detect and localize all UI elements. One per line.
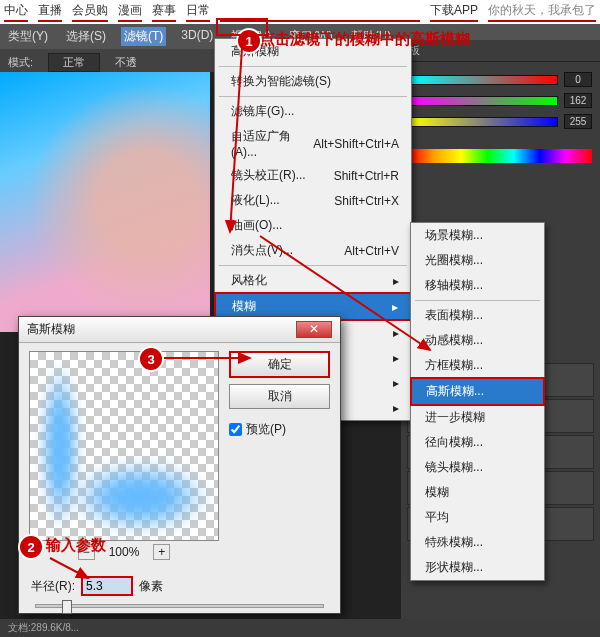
submenu-item[interactable]: 形状模糊...	[411, 555, 544, 580]
val-b[interactable]: 255	[564, 114, 592, 129]
submenu-item[interactable]: 动感模糊...	[411, 328, 544, 353]
preview-checkbox[interactable]: 预览(P)	[229, 421, 330, 438]
status-left: 文档:289.6K/8...	[8, 621, 79, 635]
menu-select[interactable]: 选择(S)	[63, 27, 109, 46]
menu-item[interactable]: 油画(O)...	[215, 213, 411, 238]
submenu-item[interactable]: 径向模糊...	[411, 430, 544, 455]
menu-item[interactable]: 镜头校正(R)...Shift+Ctrl+R	[215, 163, 411, 188]
submenu-item-gaussian-blur[interactable]: 高斯模糊...	[410, 377, 545, 406]
tab[interactable]: 会员购	[72, 2, 108, 22]
mode-label: 模式:	[8, 55, 33, 70]
submenu-item[interactable]: 场景模糊...	[411, 223, 544, 248]
step-marker-2: 2	[20, 536, 42, 558]
tab[interactable]: 日常	[186, 2, 210, 22]
color-sliders: 0 162 255	[401, 62, 600, 145]
browser-tabs: 中心 直播 会员购 漫画 赛事 日常 下载APP 你的秋天，我承包了	[0, 0, 600, 24]
submenu-item[interactable]: 表面模糊...	[411, 303, 544, 328]
slider-r[interactable]	[409, 75, 558, 85]
annotation-step1: 点击滤镜下的模糊中的高斯模糊	[260, 30, 470, 49]
slogan: 你的秋天，我承包了	[488, 2, 596, 22]
highlight-filter-menu	[216, 18, 268, 36]
dialog-title: 高斯模糊	[27, 321, 75, 338]
slider-g[interactable]	[409, 96, 558, 106]
submenu-item[interactable]: 光圈模糊...	[411, 248, 544, 273]
blur-preview[interactable]	[29, 351, 219, 541]
submenu-item[interactable]: 方框模糊...	[411, 353, 544, 378]
zoom-value: 100%	[109, 545, 140, 559]
tab[interactable]: 赛事	[152, 2, 176, 22]
gaussian-blur-dialog: 高斯模糊 ✕ − 100% + 确定 取消 预览(P) 半径(R): 像素	[18, 316, 341, 614]
menu-type[interactable]: 类型(Y)	[5, 27, 51, 46]
menu-item[interactable]: 自适应广角(A)...Alt+Shift+Ctrl+A	[215, 124, 411, 163]
spectrum-bar[interactable]	[409, 149, 592, 163]
menu-3d[interactable]: 3D(D)	[178, 27, 216, 46]
blur-submenu: 场景模糊... 光圈模糊... 移轴模糊... 表面模糊... 动感模糊... …	[410, 222, 545, 581]
menu-filter[interactable]: 滤镜(T)	[121, 27, 166, 46]
val-r[interactable]: 0	[564, 72, 592, 87]
radius-label: 半径(R):	[31, 578, 75, 595]
submenu-item[interactable]: 模糊	[411, 480, 544, 505]
menu-item[interactable]: 转换为智能滤镜(S)	[215, 69, 411, 94]
zoom-in-button[interactable]: +	[153, 544, 170, 560]
menu-item[interactable]: 消失点(V)...Alt+Ctrl+V	[215, 238, 411, 263]
menu-item[interactable]: 滤镜库(G)...	[215, 99, 411, 124]
cancel-button[interactable]: 取消	[229, 384, 330, 409]
tab[interactable]: 漫画	[118, 2, 142, 22]
submenu-item[interactable]: 平均	[411, 505, 544, 530]
ok-button[interactable]: 确定	[229, 351, 330, 378]
slider-b[interactable]	[409, 117, 558, 127]
tab[interactable]: 直播	[38, 2, 62, 22]
mode-value[interactable]: 正常	[48, 53, 100, 72]
radius-slider[interactable]	[35, 604, 324, 608]
radius-input[interactable]	[81, 576, 133, 596]
annotation-step2: 输入参数	[46, 536, 106, 555]
submenu-item[interactable]: 镜头模糊...	[411, 455, 544, 480]
download-link[interactable]: 下载APP	[430, 2, 478, 22]
step-marker-3: 3	[140, 348, 162, 370]
tab[interactable]: 中心	[4, 2, 28, 22]
submenu-item[interactable]: 特殊模糊...	[411, 530, 544, 555]
radius-unit: 像素	[139, 578, 163, 595]
submenu-item[interactable]: 移轴模糊...	[411, 273, 544, 298]
submenu-item[interactable]: 进一步模糊	[411, 405, 544, 430]
menu-item[interactable]: 液化(L)...Shift+Ctrl+X	[215, 188, 411, 213]
opacity-label: 不透	[115, 55, 137, 70]
close-button[interactable]: ✕	[296, 321, 332, 338]
val-g[interactable]: 162	[564, 93, 592, 108]
image-preview	[0, 72, 210, 332]
status-bar: 文档:289.6K/8...	[0, 619, 600, 637]
menu-item-stylize[interactable]: 风格化▸	[215, 268, 411, 293]
